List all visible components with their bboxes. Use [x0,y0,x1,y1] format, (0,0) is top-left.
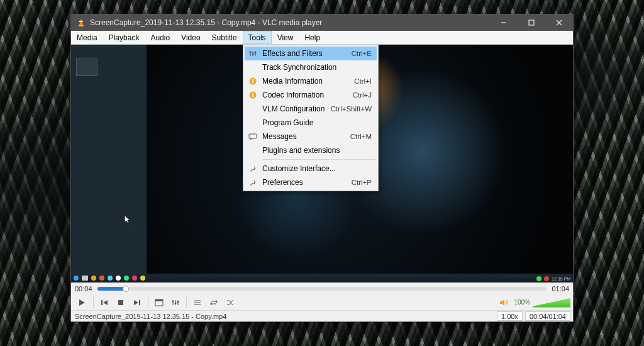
menu-item-label: Preferences [261,178,352,187]
menu-item-accel: Ctrl+E [352,50,372,57]
wrench-icon [245,165,261,172]
svg-rect-18 [252,93,253,94]
svg-rect-28 [155,299,163,301]
playlist-button[interactable] [190,296,205,310]
tools-item-effects-and-filters[interactable]: Effects and FiltersCtrl+E [245,47,377,60]
menu-item-accel: Ctrl+J [353,91,372,99]
info-icon [245,91,261,99]
vlc-icon [76,18,86,28]
cursor-icon [124,215,131,225]
svg-point-30 [172,300,174,302]
playback-controls: 100% [71,294,573,310]
volume-label: 100% [514,299,530,306]
tools-item-plugins-and-extensions[interactable]: Plugins and extensions [245,143,377,157]
menu-item-accel: Ctrl+P [352,179,372,186]
maximize-button[interactable] [518,14,545,31]
menu-audio[interactable]: Audio [145,31,175,44]
status-time[interactable]: 00:04/01:04 [525,311,570,321]
svg-rect-15 [252,79,253,81]
svg-marker-20 [250,138,252,140]
seek-bar[interactable] [97,287,547,291]
sliders-icon [245,50,261,57]
extended-settings-button[interactable] [168,296,183,310]
tools-menu-dropdown: Effects and FiltersCtrl+ETrack Synchroni… [243,45,379,191]
menu-item-accel: Ctrl+Shift+W [331,105,372,113]
status-speed[interactable]: 1.00x [497,311,523,321]
menu-video[interactable]: Video [175,31,206,44]
svg-rect-2 [79,25,84,26]
minimize-button[interactable] [490,14,518,31]
video-area[interactable]: 12:35 PM Effects and FiltersCtrl+ETrack … [71,45,573,282]
menu-tools[interactable]: Tools [243,31,272,44]
fullscreen-button[interactable] [152,296,167,310]
wrench-icon [245,179,261,186]
menu-item-label: Customize Interface... [261,164,372,173]
info-icon [245,77,261,85]
menu-item-label: Track Synchronization [261,63,372,72]
stop-button[interactable] [113,296,128,310]
svg-rect-19 [249,134,257,138]
menu-item-label: Messages [261,132,350,141]
close-button[interactable] [545,14,573,31]
tools-item-messages[interactable]: MessagesCtrl+M [245,130,377,143]
menu-item-label: VLM Configuration [261,104,331,113]
menu-item-accel: Ctrl+M [350,133,372,140]
menu-item-label: Media Information [261,77,354,86]
loop-button[interactable] [206,296,221,310]
svg-marker-40 [500,299,504,306]
recorded-desktop-icon [76,59,97,76]
recorded-taskbar: 12:35 PM [71,274,573,282]
tools-item-customize-interface[interactable]: Customize Interface... [245,162,377,176]
seek-bar-row: 00:04 01:04 [71,282,573,294]
shuffle-button[interactable] [223,296,238,310]
svg-point-32 [175,302,177,304]
svg-marker-21 [79,299,85,306]
status-filename: ScreenCapture_2019-11-13 12.35.15 - Copy… [74,313,494,320]
menu-item-label: Effects and Filters [261,49,352,58]
play-button[interactable] [74,296,90,310]
menu-item-label: Plugins and extensions [261,146,372,155]
menu-separator [262,159,375,160]
svg-point-10 [252,53,254,55]
svg-rect-14 [252,81,253,83]
svg-marker-23 [103,300,108,305]
menu-view[interactable]: View [272,31,299,44]
tools-item-preferences[interactable]: PreferencesCtrl+P [245,176,377,189]
svg-point-12 [255,52,257,54]
menu-playback[interactable]: Playback [103,31,145,44]
tools-item-program-guide[interactable]: Program Guide [245,116,377,130]
svg-rect-26 [139,300,140,305]
svg-point-8 [250,52,252,53]
previous-button[interactable] [97,296,112,310]
svg-rect-17 [252,94,253,97]
recorded-desktop [71,45,147,282]
svg-point-34 [177,301,179,303]
svg-rect-22 [101,300,103,305]
svg-rect-1 [79,21,83,22]
tools-item-vlm-configuration[interactable]: VLM ConfigurationCtrl+Shift+W [245,102,377,116]
tools-item-track-synchronization[interactable]: Track Synchronization [245,60,377,74]
window-title: ScreenCapture_2019-11-13 12.35.15 - Copy… [90,18,490,27]
menu-help[interactable]: Help [299,31,326,44]
msg-icon [245,133,261,140]
seek-knob[interactable] [123,286,129,292]
tools-item-codec-information[interactable]: Codec InformationCtrl+J [245,88,377,102]
menubar: MediaPlaybackAudioVideoSubtitleToolsView… [71,31,573,45]
vlc-window: ScreenCapture_2019-11-13 12.35.15 - Copy… [70,14,574,322]
tools-item-media-information[interactable]: Media InformationCtrl+I [245,74,377,88]
svg-rect-4 [529,20,534,25]
svg-rect-24 [118,300,123,305]
menu-item-accel: Ctrl+I [354,77,372,85]
volume-slider[interactable] [533,298,570,308]
mute-button[interactable] [496,296,511,310]
menu-item-label: Codec Information [261,91,353,99]
seek-fill [97,287,126,291]
elapsed-time[interactable]: 00:04 [75,285,92,293]
next-button[interactable] [130,296,145,310]
menu-media[interactable]: Media [71,31,103,44]
titlebar[interactable]: ScreenCapture_2019-11-13 12.35.15 - Copy… [71,14,573,31]
total-time[interactable]: 01:04 [552,285,569,293]
statusbar: ScreenCapture_2019-11-13 12.35.15 - Copy… [71,310,573,321]
menu-subtitle[interactable]: Subtitle [206,31,243,44]
svg-marker-25 [134,300,138,305]
